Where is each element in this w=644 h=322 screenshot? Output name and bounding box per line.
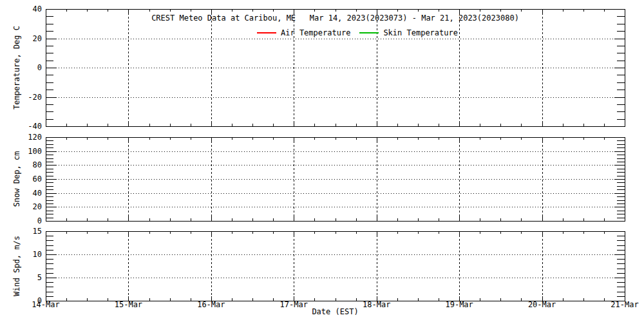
- legend-line-swatch: [359, 32, 379, 33]
- y-tick-label: 80: [33, 160, 42, 169]
- y-tick-label: -40: [28, 122, 42, 131]
- y-tick-label: 120: [28, 133, 42, 142]
- y-tick-label: 0: [37, 216, 42, 225]
- legend-label: Air Temperature: [281, 28, 350, 37]
- chart-title: CREST Meteo Data at Caribou, ME Mar 14, …: [46, 14, 625, 23]
- y-tick-label: 40: [33, 189, 42, 198]
- y-axis-title-temperature: Temperature, Deg C: [12, 26, 21, 109]
- legend-item: Air Temperature: [257, 28, 350, 37]
- y-tick-label: 10: [33, 250, 42, 259]
- y-axis-title-snow-depth: Snow Dep, cm: [12, 151, 21, 207]
- y-tick-label: 100: [28, 147, 42, 156]
- y-axis-title-wind-speed: Wind Spd, m/s: [12, 236, 21, 296]
- legend-item: Skin Temperature: [359, 28, 458, 37]
- y-tick-label: 0: [37, 63, 42, 72]
- y-tick-label: 60: [33, 175, 42, 184]
- y-tick-label: 20: [33, 34, 42, 43]
- y-tick-label: 20: [33, 202, 42, 211]
- y-tick-label: 5: [37, 273, 42, 282]
- meteo-plot-page: -40-200204002040608010012005101514-Mar15…: [0, 0, 644, 322]
- subplot-wind-speed: 051015: [33, 227, 625, 305]
- x-axis-title: Date (EST): [46, 307, 625, 316]
- legend-line-swatch: [257, 32, 276, 33]
- meteo-chart: -40-200204002040608010012005101514-Mar15…: [0, 0, 644, 322]
- plot-frame: [46, 231, 625, 301]
- subplot-snow-depth: 020406080100120: [28, 133, 625, 225]
- legend-label: Skin Temperature: [383, 28, 458, 37]
- legend: Air TemperatureSkin Temperature: [257, 28, 458, 37]
- subplot-temperature: -40-2002040: [28, 5, 625, 131]
- y-tick-label: -20: [28, 93, 42, 102]
- y-tick-label: 40: [33, 5, 42, 14]
- y-tick-label: 15: [33, 227, 42, 236]
